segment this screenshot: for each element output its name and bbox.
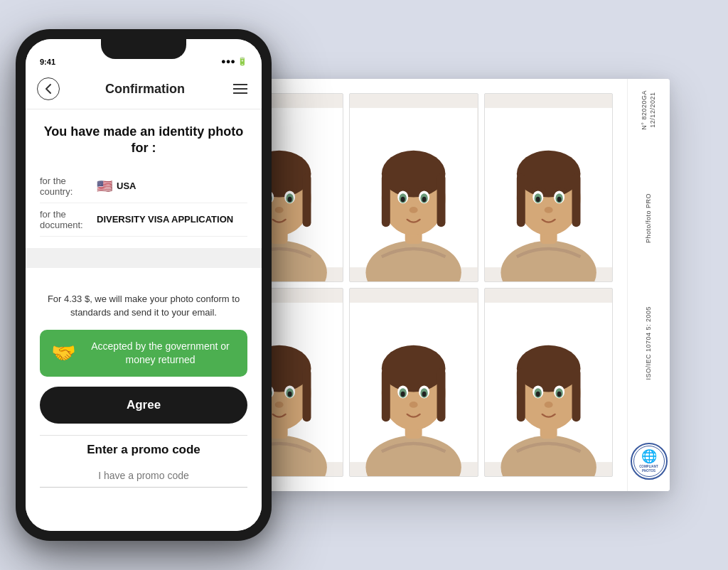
svg-rect-20 (437, 174, 446, 227)
document-label: for the document: (40, 209, 97, 230)
svg-point-81 (535, 392, 540, 397)
svg-rect-33 (516, 174, 525, 227)
photo-cell-2 (349, 93, 478, 282)
svg-rect-62 (437, 369, 446, 422)
stamp-inner: 🌐 COMPLIANT PHOTOS (633, 446, 665, 477)
guarantee-text: Accepted by the government or money retu… (85, 340, 236, 367)
svg-rect-6 (303, 174, 311, 227)
agree-button[interactable]: Agree (40, 387, 247, 424)
phone-screen: 9:41 ●●● 🔋 Confirmation (26, 39, 262, 531)
divider (40, 435, 247, 436)
promo-input[interactable] (40, 464, 247, 488)
svg-point-27 (410, 207, 418, 213)
svg-point-32 (516, 151, 580, 198)
svg-rect-19 (382, 174, 390, 227)
country-value: 🇺🇸 USA (97, 178, 136, 194)
svg-point-39 (535, 197, 540, 202)
menu-button[interactable] (230, 81, 250, 97)
svg-point-60 (382, 345, 446, 392)
svg-point-25 (401, 197, 405, 202)
menu-line-3 (233, 92, 247, 94)
svg-rect-34 (572, 174, 580, 227)
menu-line-1 (233, 84, 247, 85)
photo-cell-5 (349, 288, 478, 477)
svg-point-69 (410, 402, 418, 408)
sheet-label: N° 82020GA 12/12/2021 Photo/foto PRO ISO… (627, 79, 670, 491)
svg-point-18 (382, 151, 446, 198)
svg-point-83 (544, 402, 552, 408)
sheet-iso: ISO/IEC 10704 5: 2005 (645, 306, 653, 380)
handshake-icon: 🤝 (51, 341, 76, 365)
compliance-stamp: 🌐 COMPLIANT PHOTOS (631, 443, 668, 480)
nav-bar: Confirmation (26, 70, 262, 109)
svg-rect-76 (572, 369, 580, 422)
svg-point-82 (557, 392, 561, 397)
globe-icon: 🌐 (641, 449, 657, 465)
gray-section (26, 248, 262, 268)
guarantee-banner: 🤝 Accepted by the government or money re… (40, 330, 247, 377)
menu-line-2 (233, 88, 247, 90)
status-icons: ●●● 🔋 (221, 57, 247, 66)
stamp-text: COMPLIANT PHOTOS (634, 465, 664, 473)
svg-point-67 (401, 392, 405, 397)
svg-rect-61 (382, 369, 390, 422)
phone-device: 9:41 ●●● 🔋 Confirmation (16, 29, 272, 541)
svg-point-68 (422, 392, 427, 397)
back-button[interactable] (37, 77, 60, 100)
document-value: DIVERSITY VISA APPLICATION (97, 214, 233, 225)
flag-icon: 🇺🇸 (97, 178, 112, 194)
main-section: You have made an identity photo for : fo… (26, 109, 262, 248)
svg-point-55 (275, 402, 284, 408)
svg-point-40 (557, 197, 561, 202)
country-row: for the country: 🇺🇸 USA (40, 170, 247, 203)
svg-point-41 (544, 207, 552, 213)
svg-point-26 (422, 197, 427, 202)
promo-title: Enter a promo code (40, 443, 247, 457)
svg-rect-75 (516, 369, 525, 422)
main-title: You have made an identity photo for : (40, 124, 247, 157)
country-label: for the country: (40, 176, 97, 197)
svg-point-13 (275, 207, 284, 213)
country-name: USA (117, 181, 136, 191)
price-section: For 4.33 $, we will make your photo conf… (26, 268, 262, 499)
svg-point-74 (516, 345, 580, 392)
document-row: for the document: DIVERSITY VISA APPLICA… (40, 203, 247, 237)
scene: 9:41 ●●● 🔋 Confirmation (16, 18, 712, 552)
photo-cell-3 (484, 93, 613, 282)
photo-cell-6 (484, 288, 613, 477)
sheet-brand: Photo/foto PRO (645, 193, 653, 243)
svg-rect-48 (303, 369, 311, 422)
status-time: 9:41 (40, 58, 55, 66)
phone-notch (101, 39, 186, 59)
price-description: For 4.33 $, we will make your photo conf… (40, 282, 247, 330)
sheet-number: N° 82020GA 12/12/2021 (641, 90, 657, 130)
promo-section: Enter a promo code (40, 443, 247, 488)
svg-point-54 (288, 392, 292, 397)
svg-point-12 (288, 197, 292, 202)
screen-title: Confirmation (105, 82, 185, 97)
screen-content: You have made an identity photo for : fo… (26, 109, 262, 531)
